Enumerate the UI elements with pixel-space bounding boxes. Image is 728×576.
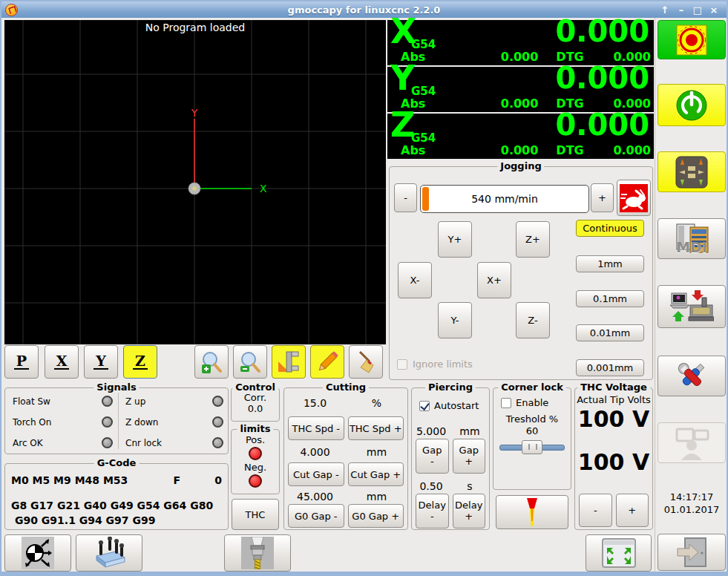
jog-speed-dec-button[interactable]: -	[394, 183, 417, 212]
thc-speed-minus-button[interactable]: THC Spd -	[288, 416, 344, 440]
piercing-frame: Piercing Autostart 5.000 mm Gap - Gap + …	[411, 387, 490, 530]
view-z-label: Z	[133, 354, 148, 370]
dro-z-dtg-label: DTG	[556, 143, 583, 157]
dro-z-dtg-value: 0.000	[584, 143, 651, 157]
dro-axis-x[interactable]: X G54 0.000 Abs 0.000 DTG 0.000	[387, 20, 654, 65]
view-y-button[interactable]: Y	[84, 345, 118, 379]
auto-icon	[669, 289, 714, 324]
signals-frame: Signals Float Sw Torch On Arc OK Z up Z …	[4, 387, 229, 454]
jog-z-plus-button[interactable]: Z+	[516, 221, 550, 258]
autostart-checkbox[interactable]	[419, 401, 430, 411]
auto-mode-button[interactable]	[658, 285, 726, 328]
g0-gap-value: 45.000	[284, 491, 346, 503]
estop-button[interactable]	[658, 20, 726, 59]
increment-continuous-button[interactable]: Continuous	[576, 220, 644, 237]
view-x-button[interactable]: X	[45, 345, 79, 379]
jog-speed-fill	[422, 187, 429, 211]
pierce-gap-plus-button[interactable]: Gap +	[453, 439, 486, 474]
pierce-gap-unit: mm	[450, 425, 489, 437]
dro-y-abs-value: 0.000	[442, 96, 538, 111]
minimize-button[interactable]: –	[676, 4, 686, 16]
manual-mode-button[interactable]	[658, 151, 726, 192]
window-controls: ↑ – □ ×	[660, 1, 719, 18]
volts-inc-button[interactable]: +	[616, 494, 649, 527]
fullscreen-button[interactable]	[586, 534, 652, 572]
dro-axis-y[interactable]: Y G54 0.000 Abs 0.000 DTG 0.000	[387, 67, 654, 112]
window-bottom-border	[1, 572, 727, 575]
thc-speed-row: 15.0 %	[284, 397, 407, 409]
increment-0.001mm-button[interactable]: 0.001mm	[576, 359, 644, 376]
ignore-limits-checkbox[interactable]	[397, 359, 407, 370]
tool-change-button[interactable]	[224, 534, 291, 572]
settings-button[interactable]	[658, 356, 726, 396]
height-correction-value: Corr. 0.0	[232, 393, 279, 415]
thc-speed-plus-button[interactable]: THC Spd +	[348, 416, 404, 440]
torch-test-button[interactable]	[496, 495, 568, 529]
pierce-delay-row: 0.50 s	[412, 480, 489, 492]
clear-plot-button[interactable]	[349, 345, 383, 379]
cut-gap-plus-button[interactable]: Cut Gap +	[348, 462, 404, 486]
jog-speed-bar[interactable]: 540 mm/min	[420, 185, 589, 213]
signal-row: Arc OK	[13, 437, 113, 448]
view-z-button[interactable]: Z	[123, 345, 157, 379]
clock-time: 14:17:17	[658, 491, 726, 504]
view-p-button[interactable]: P	[4, 345, 39, 379]
right-column-divider	[655, 18, 655, 576]
mdi-mode-button[interactable]: MDI	[658, 218, 726, 259]
signal-row: Torch On	[13, 416, 113, 428]
view-x-label: X	[54, 354, 70, 370]
jog-speed-inc-button[interactable]: +	[591, 183, 614, 212]
quit-button[interactable]	[658, 534, 726, 571]
threshold-slider-handle[interactable]	[522, 440, 542, 454]
zoom-out-button[interactable]	[233, 345, 267, 379]
cutting-title: Cutting	[323, 382, 369, 393]
thc-enable-button[interactable]: THC	[232, 499, 279, 530]
signal-z-down-label: Z down	[125, 417, 158, 428]
zoom-in-button[interactable]	[194, 345, 229, 379]
gcode-title: G-Code	[94, 457, 140, 468]
pierce-delay-minus-button[interactable]: Delay -	[416, 494, 449, 528]
fullscreen-icon	[601, 537, 637, 569]
machine-on-button[interactable]	[658, 84, 726, 126]
increment-1mm-button[interactable]: 1mm	[576, 255, 644, 272]
volts-dec-button[interactable]: -	[579, 494, 612, 527]
show-dimensions-button[interactable]	[272, 345, 306, 379]
signal-float-sw-label: Float Sw	[13, 396, 50, 407]
corner-lock-enable-checkbox[interactable]	[501, 398, 511, 408]
signal-cnr-lock-led	[212, 437, 223, 448]
increment-0.01mm-button[interactable]: 0.01mm	[576, 324, 644, 341]
pierce-delay-plus-button[interactable]: Delay +	[453, 494, 486, 528]
draw-path-button[interactable]	[310, 345, 344, 379]
mdi-label: MDI	[658, 239, 725, 255]
shade-window-button[interactable]: ↑	[660, 4, 670, 16]
gremlin-preview[interactable]: Y X No Program loaded	[4, 20, 386, 344]
dro-axis-z[interactable]: Z G54 0.000 Abs 0.000 DTG 0.000	[387, 114, 654, 159]
dro-y-value: 0.000	[555, 61, 649, 95]
jog-x-minus-button[interactable]: X-	[398, 262, 432, 298]
turtle-rabbit-toggle-button[interactable]	[617, 180, 651, 216]
gmoccapy-window: gmoccapy for linuxcnc 2.2.0 ↑ – □ × Y	[0, 0, 728, 576]
jog-x-plus-button[interactable]: X+	[477, 262, 511, 298]
touch-off-button[interactable]	[4, 534, 71, 572]
touch-plate-button[interactable]	[76, 534, 142, 572]
cut-gap-minus-button[interactable]: Cut Gap -	[288, 462, 344, 486]
pierce-gap-value: 5.000	[412, 425, 450, 437]
maximize-button[interactable]: □	[692, 4, 703, 16]
signal-z-down-led	[212, 416, 223, 428]
jog-y-minus-button[interactable]: Y-	[438, 302, 472, 338]
thc-voltage-frame: THC Voltage Actual Tip Volts 100 V 100 V…	[574, 387, 653, 530]
g0-gap-plus-button[interactable]: G0 Gap +	[348, 504, 404, 528]
increment-0.1mm-button[interactable]: 0.1mm	[576, 290, 644, 307]
user-settings-button[interactable]	[658, 422, 726, 463]
g0-gap-minus-button[interactable]: G0 Gap -	[288, 504, 344, 528]
pierce-gap-minus-button[interactable]: Gap -	[416, 439, 449, 474]
close-button[interactable]: ×	[709, 4, 719, 16]
jog-y-plus-button[interactable]: Y+	[438, 221, 472, 258]
draw-icon	[315, 350, 340, 375]
signal-row: Cnr lock	[125, 437, 223, 448]
jog-speed-value: 540 mm/min	[471, 193, 538, 205]
actual-volts-value: 100 V	[575, 406, 652, 432]
jog-z-minus-button[interactable]: Z-	[516, 302, 550, 338]
limit-neg-label: Neg.	[244, 462, 266, 473]
cut-gap-unit: mm	[346, 446, 407, 458]
